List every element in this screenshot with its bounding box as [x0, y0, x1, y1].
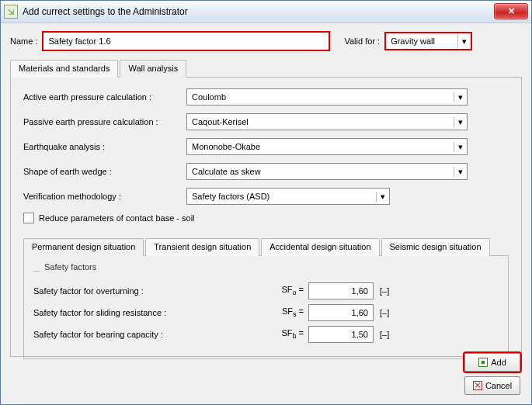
tab-seismic[interactable]: Seismic design situation [381, 238, 490, 256]
earthquake-label: Earthquake analysis : [23, 142, 186, 151]
situation-tabs: Permanent design situation Transient des… [23, 237, 509, 256]
sf-bearing-unit: [–] [380, 330, 389, 339]
verification-label: Verification methodology : [23, 192, 186, 201]
close-icon: ✕ [508, 6, 515, 16]
client-area: Name : Valid for : Gravity wall ▾ Materi… [1, 23, 531, 366]
passive-pressure-dropdown[interactable]: Caqout-Kerisel ▾ [186, 113, 468, 130]
tab-accidental[interactable]: Accidental design situation [261, 238, 379, 256]
verification-dropdown[interactable]: Safety factors (ASD) ▾ [186, 188, 390, 205]
sf-overturning-row: Safety factor for overturning : SFo = [–… [33, 282, 499, 299]
sf-overturning-symbol: SFo = [266, 285, 304, 296]
dialog-window: ⇲ Add currect settings to the Administra… [0, 0, 532, 405]
group-title: Safety factors [44, 262, 96, 272]
chevron-down-icon: ▾ [454, 167, 467, 177]
chevron-down-icon: ▾ [376, 192, 389, 202]
passive-pressure-label: Passive earth pressure calculation : [23, 117, 186, 126]
checkbox-icon [23, 213, 34, 223]
sf-sliding-row: Safety factor for sliding resistance : S… [33, 304, 499, 321]
sf-sliding-unit: [–] [380, 308, 389, 317]
shape-wedge-dropdown[interactable]: Calculate as skew ▾ [186, 163, 468, 180]
shape-wedge-label: Shape of earth wedge : [23, 167, 186, 176]
valid-for-dropdown[interactable]: Gravity wall ▾ [384, 32, 472, 50]
tab-transient[interactable]: Transient design situation [145, 238, 259, 256]
main-tabs: Materials and standards Wall analysis [10, 59, 522, 78]
window-title: Add currect settings to the Administrato… [23, 6, 188, 17]
name-label: Name : [10, 36, 37, 46]
sf-bearing-row: Safety factor for bearing capacity : SFb… [33, 326, 499, 343]
tab-permanent[interactable]: Permanent design situation [23, 238, 144, 256]
valid-for-label: Valid for : [344, 36, 380, 46]
safety-factors-group: Safety factors Safety factor for overtur… [23, 256, 509, 359]
earthquake-dropdown[interactable]: Mononobe-Okabe ▾ [186, 138, 468, 155]
reduce-parameters-label: Reduce parameters of contact base - soil [39, 213, 195, 223]
cancel-button[interactable]: Cancel [464, 376, 520, 395]
chevron-down-icon: ▾ [454, 92, 467, 102]
title-bar: ⇲ Add currect settings to the Administra… [1, 1, 531, 23]
wall-analysis-panel: Active earth pressure calculation : Coul… [10, 78, 522, 357]
sf-sliding-symbol: SFs = [266, 306, 304, 318]
chevron-down-icon: ▾ [454, 117, 467, 127]
reduce-parameters-checkbox[interactable]: Reduce parameters of contact base - soil [23, 213, 509, 223]
sf-overturning-unit: [–] [380, 286, 389, 296]
dialog-buttons: Add Cancel [464, 353, 520, 395]
tab-wall-analysis[interactable]: Wall analysis [120, 60, 186, 78]
sf-sliding-input[interactable] [308, 304, 374, 321]
sf-overturning-input[interactable] [308, 282, 374, 299]
sf-bearing-symbol: SFb = [266, 328, 304, 340]
sf-overturning-label: Safety factor for overturning : [33, 286, 266, 296]
valid-for-value: Gravity wall [386, 36, 457, 46]
add-button[interactable]: Add [464, 353, 520, 372]
plus-icon [478, 358, 488, 367]
cancel-icon [473, 381, 482, 390]
header-row: Name : Valid for : Gravity wall ▾ [10, 31, 522, 51]
chevron-down-icon: ▾ [457, 33, 471, 49]
app-icon: ⇲ [4, 5, 18, 19]
sf-bearing-label: Safety factor for bearing capacity : [33, 330, 266, 339]
chevron-down-icon: ▾ [454, 142, 467, 152]
active-pressure-label: Active earth pressure calculation : [23, 92, 186, 102]
close-button[interactable]: ✕ [494, 3, 528, 19]
sf-bearing-input[interactable] [308, 326, 374, 343]
tab-materials-standards[interactable]: Materials and standards [10, 60, 118, 78]
name-input[interactable] [42, 31, 330, 51]
sf-sliding-label: Safety factor for sliding resistance : [33, 308, 266, 317]
active-pressure-dropdown[interactable]: Coulomb ▾ [186, 88, 468, 106]
